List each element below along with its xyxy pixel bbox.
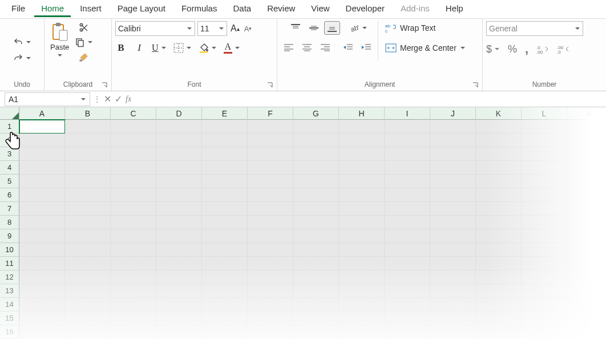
align-top-button[interactable] <box>288 21 304 35</box>
cell[interactable] <box>339 243 385 257</box>
tab-addins[interactable]: Add-ins <box>394 1 437 17</box>
cell[interactable] <box>567 298 606 312</box>
cell[interactable] <box>202 229 248 243</box>
cell[interactable] <box>19 298 65 312</box>
cell[interactable] <box>156 325 202 339</box>
cell[interactable] <box>65 120 111 134</box>
cell[interactable] <box>293 161 339 175</box>
cell[interactable] <box>476 257 522 270</box>
formula-input[interactable] <box>135 92 601 106</box>
cell[interactable] <box>385 298 430 312</box>
cell[interactable] <box>430 175 476 188</box>
cell[interactable] <box>293 284 339 298</box>
cell[interactable] <box>111 243 156 257</box>
cell[interactable] <box>385 134 430 147</box>
cell[interactable] <box>430 120 476 134</box>
cell[interactable] <box>248 161 293 175</box>
cell[interactable] <box>111 175 156 188</box>
cell[interactable] <box>522 175 567 188</box>
cell[interactable] <box>202 312 248 325</box>
cell[interactable] <box>339 216 385 229</box>
column-header[interactable]: M <box>567 107 606 120</box>
cell[interactable] <box>293 325 339 339</box>
cell[interactable] <box>430 216 476 229</box>
cell[interactable] <box>65 284 111 298</box>
cell[interactable] <box>567 284 606 298</box>
cell[interactable] <box>156 270 202 284</box>
row-header[interactable]: 16 <box>0 325 19 339</box>
cell[interactable] <box>19 284 65 298</box>
cell[interactable] <box>339 202 385 216</box>
cell[interactable] <box>248 312 293 325</box>
column-header[interactable]: B <box>65 107 111 120</box>
cell[interactable] <box>111 188 156 202</box>
cell[interactable] <box>248 229 293 243</box>
cell[interactable] <box>19 243 65 257</box>
cell[interactable] <box>430 188 476 202</box>
row-header[interactable]: 10 <box>0 243 19 257</box>
cell[interactable] <box>339 284 385 298</box>
column-header[interactable]: I <box>385 107 430 120</box>
cell[interactable] <box>385 175 430 188</box>
cell[interactable] <box>65 325 111 339</box>
cell[interactable] <box>476 147 522 161</box>
percent-format-button[interactable]: % <box>508 43 517 55</box>
cell[interactable] <box>248 147 293 161</box>
cell[interactable] <box>385 257 430 270</box>
column-header[interactable]: L <box>522 107 567 120</box>
cell[interactable] <box>293 202 339 216</box>
comma-format-button[interactable]: , <box>525 42 528 56</box>
cell[interactable] <box>19 229 65 243</box>
cell[interactable] <box>65 257 111 270</box>
row-header[interactable]: 3 <box>0 147 19 161</box>
cell[interactable] <box>202 284 248 298</box>
cell[interactable] <box>156 216 202 229</box>
cell[interactable] <box>248 188 293 202</box>
accounting-format-button[interactable]: $ <box>486 43 500 55</box>
cell[interactable] <box>430 229 476 243</box>
wrap-text-button[interactable]: abc Wrap Text <box>382 21 439 35</box>
row-header[interactable]: 9 <box>0 229 19 243</box>
cell[interactable] <box>339 270 385 284</box>
row-header[interactable]: 15 <box>0 312 19 325</box>
align-bottom-button[interactable] <box>324 21 340 35</box>
cell[interactable] <box>202 257 248 270</box>
cell[interactable] <box>339 188 385 202</box>
row-header[interactable]: 7 <box>0 202 19 216</box>
cell[interactable] <box>248 216 293 229</box>
cell[interactable] <box>156 284 202 298</box>
cell[interactable] <box>202 216 248 229</box>
decrease-font-button[interactable]: A▾ <box>243 23 253 34</box>
cell[interactable] <box>19 147 65 161</box>
cell[interactable] <box>522 216 567 229</box>
cell[interactable] <box>567 312 606 325</box>
cell[interactable] <box>111 312 156 325</box>
cell[interactable] <box>567 175 606 188</box>
cell[interactable] <box>202 120 248 134</box>
cell[interactable] <box>385 243 430 257</box>
cell[interactable] <box>111 257 156 270</box>
cell[interactable] <box>248 298 293 312</box>
cell[interactable] <box>339 175 385 188</box>
cell[interactable] <box>430 270 476 284</box>
cell[interactable] <box>19 134 65 147</box>
cell[interactable] <box>476 120 522 134</box>
cell[interactable] <box>202 161 248 175</box>
cell[interactable] <box>156 134 202 147</box>
cell[interactable] <box>19 216 65 229</box>
cell[interactable] <box>19 202 65 216</box>
cell[interactable] <box>385 216 430 229</box>
cell[interactable] <box>476 229 522 243</box>
cell[interactable] <box>65 298 111 312</box>
undo-button[interactable] <box>13 37 31 47</box>
cell[interactable] <box>19 325 65 339</box>
cell[interactable] <box>293 188 339 202</box>
cell[interactable] <box>430 202 476 216</box>
cell[interactable] <box>430 312 476 325</box>
cell[interactable] <box>385 312 430 325</box>
name-box[interactable]: A1 <box>5 92 90 106</box>
select-all-button[interactable] <box>0 107 19 120</box>
cell[interactable] <box>65 229 111 243</box>
cell[interactable] <box>293 298 339 312</box>
cell[interactable] <box>430 161 476 175</box>
